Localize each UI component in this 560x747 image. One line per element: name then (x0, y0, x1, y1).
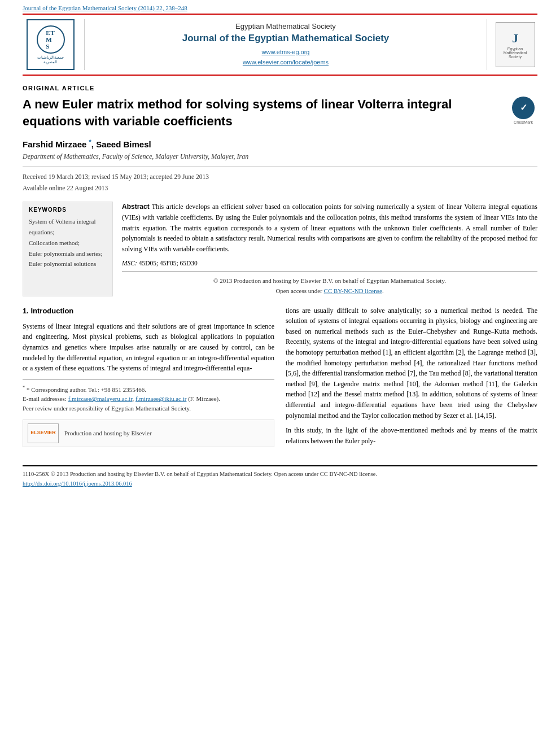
header-society-name: Egyptian Mathematical Society (235, 22, 336, 30)
copyright-line: © 2013 Production and hosting by Elsevie… (122, 271, 537, 296)
body-col-right: tions are usually difficult to solve ana… (286, 305, 537, 451)
authors-text: Farshid Mirzaee *, Saeed Bimesl (23, 139, 151, 149)
header-link1[interactable]: www.etms-eg.org (262, 49, 310, 55)
main-content: ORIGINAL ARTICLE A new Euler matrix meth… (0, 76, 560, 460)
peer-review-note: Peer review under responsibility of Egyp… (23, 404, 274, 413)
email-2[interactable]: f.mirzaee@ikiu.ac.ir (135, 395, 186, 402)
footer-doi: http://dx.doi.org/10.1016/j.joems.2013.0… (23, 479, 537, 489)
keyword-2: Collocation method; (29, 238, 107, 248)
msc-line: MSC: 45D05; 45F05; 65D30 (122, 260, 537, 267)
body-col-left: 1. Introduction Systems of linear integr… (23, 305, 274, 451)
authors-line: Farshid Mirzaee *, Saeed Bimesl (23, 138, 537, 149)
intro-para1: Systems of linear integral equations and… (23, 321, 274, 374)
journal-reference: Journal of the Egyptian Mathematical Soc… (0, 0, 560, 14)
received-revised-accepted: Received 19 March 2013; revised 15 May 2… (23, 172, 537, 183)
keywords-title: KEYWORDS (29, 207, 107, 213)
abstract-body-text: This article develops an efficient solve… (122, 203, 537, 252)
email-suffix: (F. Mirzaee). (186, 395, 220, 402)
abstract-section: KEYWORDS System of Volterra integral equ… (23, 202, 537, 296)
crossmark-badge[interactable]: ✓ CrossMark (509, 96, 537, 124)
elsevier-box: ELSEVIER Production and hosting by Elsev… (23, 420, 274, 447)
copyright-text: © 2013 Production and hosting by Elsevie… (122, 276, 537, 286)
article-title-row: A new Euler matrix method for solving sy… (23, 96, 537, 129)
corresponding-star: * (89, 138, 91, 145)
keywords-list: System of Volterra integral equations; C… (29, 216, 107, 269)
available-online: Available online 22 August 2013 (23, 183, 537, 194)
intro-heading: 1. Introduction (23, 305, 274, 317)
header-journal-title: Journal of the Egyptian Mathematical Soc… (182, 33, 390, 44)
email-line: E-mail addresses: f.mirzaee@malayeru.ac.… (23, 394, 274, 404)
msc-label: MSC: (122, 260, 137, 267)
abstract-label: Abstract (122, 203, 150, 211)
society-logo-arabic: جمعية الرياضياتالمصرية (37, 55, 64, 64)
intro-col2-para1: tions are usually difficult to solve ana… (286, 305, 537, 421)
journal-reference-text: Journal of the Egyptian Mathematical Soc… (23, 5, 187, 11)
email-1[interactable]: f.mirzaee@malayeru.ac.ir (68, 395, 133, 402)
abstract-right: Abstract This article develops an effici… (122, 202, 537, 296)
article-title: A new Euler matrix method for solving sy… (23, 96, 509, 129)
star-symbol: * (23, 385, 25, 390)
cc-license-link[interactable]: CC BY-NC-ND license (324, 287, 382, 294)
society-logo-circle: ETMS (37, 25, 65, 54)
crossmark-icon: ✓ (512, 97, 535, 119)
dates-section: Received 19 March 2013; revised 15 May 2… (23, 167, 537, 194)
footnote-star: * * Corresponding author. Tel.: +98 851 … (23, 385, 274, 395)
keyword-4: Euler polynomial solutions (29, 259, 107, 269)
header-links: www.etms-eg.org www.elsevier.com/locate/… (243, 47, 329, 67)
email-label: E-mail addresses: (23, 395, 67, 402)
header-banner: ETMS جمعية الرياضياتالمصرية Egyptian Mat… (23, 14, 537, 76)
header-logo-right: J EgyptianMathematicalSociety (487, 19, 537, 70)
journal-cover-letter: J (512, 31, 518, 46)
page: Journal of the Egyptian Mathematical Soc… (0, 0, 560, 747)
elsevier-logo: ELSEVIER (28, 423, 59, 443)
journal-cover-text: EgyptianMathematicalSociety (504, 47, 527, 59)
doi-link[interactable]: http://dx.doi.org/10.1016/j.joems.2013.0… (23, 480, 132, 487)
open-access-text: Open access under CC BY-NC-ND license. (122, 286, 537, 296)
society-logo-box: ETMS جمعية الرياضياتالمصرية (27, 19, 75, 70)
msc-codes: 45D05; 45F05; 65D30 (139, 260, 198, 267)
body-section: 1. Introduction Systems of linear integr… (23, 305, 537, 451)
affiliation-text: Department of Mathematics, Faculty of Sc… (23, 152, 537, 161)
footer-issn-text: 1110-256X © 2013 Production and hosting … (23, 471, 377, 477)
keywords-box: KEYWORDS System of Volterra integral equ… (23, 202, 113, 296)
journal-cover-image: J EgyptianMathematicalSociety (496, 22, 535, 67)
article-type-label: ORIGINAL ARTICLE (23, 85, 537, 91)
footer-issn-copyright: 1110-256X © 2013 Production and hosting … (23, 470, 537, 479)
header-center: Egyptian Mathematical Society Journal of… (85, 19, 487, 70)
keyword-3: Euler polynomials and series; (29, 248, 107, 259)
elsevier-hosting-text: Production and hosting by Elsevier (64, 429, 152, 438)
header-logo-left: ETMS جمعية الرياضياتالمصرية (23, 19, 85, 70)
page-footer: 1110-256X © 2013 Production and hosting … (23, 465, 537, 489)
footnote-section: * * Corresponding author. Tel.: +98 851 … (23, 379, 274, 414)
intro-col2-para2: In this study, in the light of the above… (286, 425, 537, 446)
abstract-text: Abstract This article develops an effici… (122, 202, 537, 254)
keyword-1: System of Volterra integral equations; (29, 216, 107, 237)
crossmark-label: CrossMark (514, 120, 533, 124)
header-link2[interactable]: www.elsevier.com/locate/joems (243, 59, 329, 65)
